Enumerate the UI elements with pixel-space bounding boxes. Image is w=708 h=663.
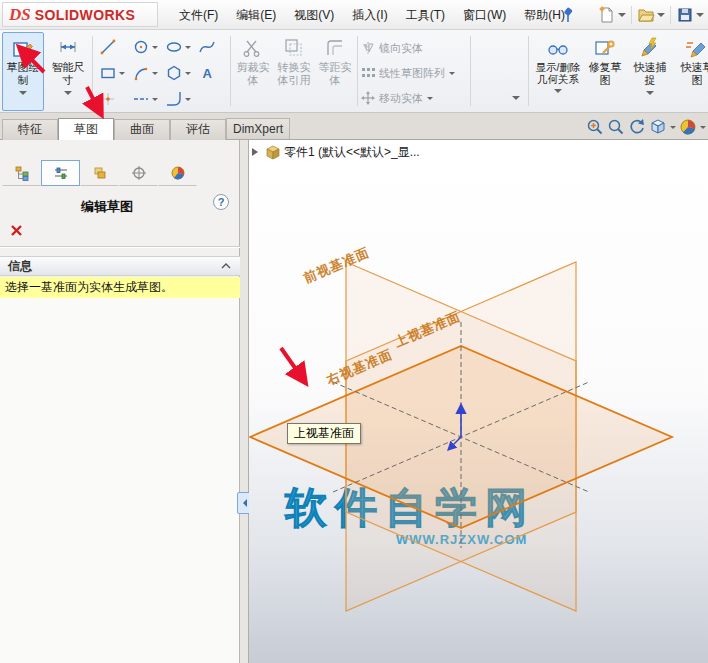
centerline-dropdown-caret[interactable] — [152, 98, 158, 104]
dimension-dropdown-caret[interactable] — [64, 91, 72, 99]
ellipse-dropdown-caret[interactable] — [185, 46, 191, 52]
tool-circle[interactable] — [129, 35, 160, 59]
tool-line[interactable] — [96, 35, 127, 59]
tool-polygon[interactable] — [162, 61, 193, 85]
dimxpert-target-icon — [131, 165, 147, 181]
separator — [230, 36, 231, 106]
menu-items: 文件(F) 编辑(E) 视图(V) 插入(I) 工具(T) 窗口(W) 帮助(H… — [170, 0, 574, 30]
graphics-viewport[interactable]: 零件1 (默认<<默认>_显... 软件自学网 WWW.RJZXW.COM 前视 — [249, 140, 708, 663]
tab-features[interactable]: 特征 — [2, 119, 58, 140]
move-dropdown-caret[interactable] — [427, 97, 433, 103]
message-header-label: 信息 — [8, 258, 32, 275]
expand-tree-icon[interactable] — [252, 148, 262, 156]
tab-sketch[interactable]: 草图 — [58, 118, 114, 140]
linear-pattern-icon — [361, 66, 375, 80]
rectangle-dropdown-caret[interactable] — [119, 72, 125, 78]
tool-spline[interactable] — [195, 35, 226, 59]
rectangle-icon — [99, 64, 117, 82]
menu-window[interactable]: 窗口(W) — [454, 2, 515, 29]
relations-dropdown-caret[interactable] — [554, 89, 562, 97]
solidworks-logo: DS SOLIDWORKS — [2, 2, 158, 27]
pattern-dropdown-caret[interactable] — [449, 72, 455, 78]
property-manager-tab[interactable] — [41, 160, 80, 186]
part-tree-label[interactable]: 零件1 (默认<<默认>_显... — [284, 144, 420, 161]
zoom-fit-icon[interactable] — [586, 118, 604, 136]
tool-rectangle[interactable] — [96, 61, 127, 85]
polygon-dropdown-caret[interactable] — [185, 72, 191, 78]
tab-dimxpert[interactable]: DimXpert — [226, 118, 290, 139]
menu-bar: DS SOLIDWORKS 文件(F) 编辑(E) 视图(V) 插入(I) 工具… — [0, 0, 708, 30]
offset-entities-button[interactable]: 等距实体 — [316, 32, 354, 111]
tool-ellipse[interactable] — [162, 35, 193, 59]
tool-fillet[interactable] — [162, 87, 193, 111]
panel-title: 编辑草图 — [0, 198, 240, 216]
line-icon — [99, 38, 117, 56]
fillet-icon — [165, 90, 183, 108]
collapse-arrow-icon — [239, 499, 247, 507]
pin-menu-icon[interactable] — [560, 7, 576, 24]
ds-logo-icon: DS — [9, 5, 31, 25]
smart-dimension-icon — [57, 37, 79, 59]
quick-access-toolbar — [598, 3, 704, 27]
menu-view[interactable]: 视图(V) — [285, 2, 343, 29]
appearance-ball-icon[interactable] — [679, 118, 697, 136]
collapse-chevron-icon[interactable] — [220, 262, 232, 270]
repair-sketch-button[interactable]: 修复草图 — [585, 32, 625, 111]
trim-entities-button[interactable]: 剪裁实体 — [234, 32, 272, 111]
zoom-area-icon[interactable] — [607, 118, 625, 136]
tab-surfaces[interactable]: 曲面 — [114, 119, 170, 140]
arc-dropdown-caret[interactable] — [152, 72, 158, 78]
appearance-dropdown-caret[interactable] — [700, 126, 706, 132]
menu-insert[interactable]: 插入(I) — [343, 2, 396, 29]
move-entities-button[interactable]: 移动实体 — [361, 86, 473, 110]
rapid-sketch-button[interactable]: 快速草图 — [675, 32, 708, 111]
sketch-draw-button[interactable]: 草图绘制 — [2, 32, 44, 111]
tool-point[interactable] — [96, 87, 127, 111]
relations-glasses-icon — [547, 37, 569, 59]
dimxpert-manager-tab[interactable] — [119, 160, 158, 186]
view-dropdown-caret[interactable] — [670, 126, 676, 132]
save-icon[interactable] — [676, 6, 694, 24]
new-document-icon[interactable] — [598, 6, 616, 24]
display-delete-relations-button[interactable]: 显示/删除几何关系 — [534, 32, 582, 111]
tab-evaluate[interactable]: 评估 — [170, 119, 226, 140]
quick-snaps-button[interactable]: 快速捕捉 — [628, 32, 672, 111]
3d-scene: 软件自学网 WWW.RJZXW.COM 前视基准面 上视基准面 右视基准面 — [249, 140, 708, 663]
command-tab-bar: 特征草图曲面评估DimXpert — [0, 113, 708, 140]
smart-dimension-button[interactable]: 智能尺寸 — [47, 32, 89, 111]
panel-splitter[interactable] — [240, 140, 249, 663]
menu-file[interactable]: 文件(F) — [170, 2, 227, 29]
view-orientation-cube-icon[interactable] — [649, 118, 667, 136]
mirror-entities-button[interactable]: 镜向实体 — [361, 36, 473, 60]
sketch-dropdown-caret[interactable] — [19, 91, 27, 99]
open-folder-icon[interactable] — [637, 6, 655, 24]
fillet-dropdown-caret[interactable] — [185, 98, 191, 104]
configurations-icon — [92, 165, 108, 181]
menu-tools[interactable]: 工具(T) — [397, 2, 454, 29]
message-group-header[interactable]: 信息 — [0, 256, 240, 276]
cancel-button[interactable] — [8, 222, 24, 238]
display-manager-tab[interactable] — [158, 160, 197, 186]
brand-name: SOLIDWORKS — [35, 7, 135, 23]
rapid-sketch-icon — [686, 37, 708, 59]
plane-tooltip: 上视基准面 — [287, 423, 361, 444]
new-dropdown-caret[interactable] — [618, 13, 626, 21]
separator — [470, 36, 471, 106]
menu-edit[interactable]: 编辑(E) — [227, 2, 285, 29]
circle-dropdown-caret[interactable] — [152, 46, 158, 52]
linear-sketch-pattern-button[interactable]: 线性草图阵列 — [361, 61, 473, 85]
tool-arc[interactable] — [129, 61, 160, 85]
configuration-manager-tab[interactable] — [80, 160, 119, 186]
save-dropdown-caret[interactable] — [696, 13, 704, 21]
help-button[interactable]: ? — [213, 194, 229, 210]
mirror-icon — [361, 41, 375, 55]
snaps-dropdown-caret[interactable] — [646, 91, 654, 99]
convert-entities-button[interactable]: 转换实体引用 — [274, 32, 314, 111]
message-text: 选择一基准面为实体生成草图。 — [0, 277, 240, 298]
open-dropdown-caret[interactable] — [657, 13, 665, 21]
group-flyout-caret[interactable] — [512, 96, 520, 104]
tool-centerline[interactable] — [129, 87, 160, 111]
feature-manager-tab[interactable] — [2, 160, 41, 186]
previous-view-icon[interactable] — [628, 118, 646, 136]
tool-text[interactable]: A — [195, 61, 226, 85]
